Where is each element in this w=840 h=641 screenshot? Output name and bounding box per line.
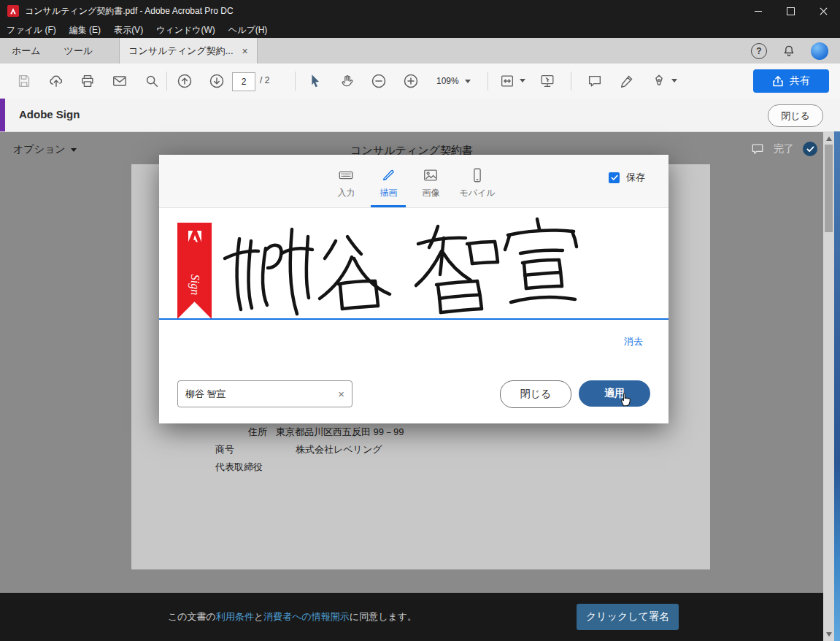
menu-window[interactable]: ウィンドウ(W) [150,24,222,37]
email-button[interactable] [109,70,131,92]
tab-type-label: 入力 [337,187,355,199]
notifications-bell-icon[interactable] [782,44,796,58]
comment-tool-button[interactable] [584,70,606,92]
close-button[interactable] [807,0,840,22]
save-signature-option[interactable]: 保存 [609,171,645,184]
desktop-background-strip [834,131,840,641]
tab-image-label: 画像 [422,187,439,199]
fit-width-button[interactable] [496,70,518,92]
company-value: 株式会社レベリング [296,443,382,456]
done-label: 完了 [774,142,794,156]
keyboard-icon [338,167,354,183]
close-icon [820,7,828,15]
fill-sign-button[interactable] [648,70,670,92]
tab-close-icon[interactable]: × [242,46,248,56]
user-avatar[interactable] [811,42,828,60]
dialog-close-button[interactable]: 閉じる [500,380,571,408]
upload-cloud-icon [48,73,64,89]
tab-mobile-label: モバイル [459,187,495,199]
select-arrow-icon [307,73,323,89]
toolbar-separator [295,72,296,91]
reading-mode-button[interactable] [536,70,558,92]
help-icon[interactable]: ? [751,43,767,59]
zoom-out-button[interactable] [368,70,390,92]
save-icon [16,73,32,89]
click-to-sign-button[interactable]: クリックして署名 [577,604,679,630]
select-tool-button[interactable] [304,70,326,92]
terms-link[interactable]: 利用条件 [216,610,254,623]
arrow-down-circle-icon [208,72,226,90]
triangle-down-icon [826,632,832,637]
clear-signature-link[interactable]: 消去 [624,335,643,348]
chevron-down-icon[interactable] [520,79,525,82]
tab-draw[interactable]: 描画 [371,160,406,207]
share-button[interactable]: 共有 [753,69,829,93]
next-page-button[interactable] [206,70,228,92]
maximize-button[interactable] [774,0,807,22]
save-checkbox-checked-icon[interactable] [609,172,620,183]
minus-circle-icon [370,72,388,90]
tab-image[interactable]: 画像 [413,160,448,207]
tab-draw-label: 描画 [379,187,397,199]
previous-page-button[interactable] [174,70,196,92]
minimize-button[interactable] [741,0,774,22]
pencil-icon [619,73,635,89]
search-button[interactable] [141,70,163,92]
signature-dialog: 入力 描画 画像 モバイル 保存 Sign [159,155,668,423]
arrow-up-circle-icon [176,72,193,90]
scroll-down-arrow[interactable] [823,629,834,640]
zoom-in-button[interactable] [400,70,422,92]
tabbar-right: ? [751,38,840,64]
menu-file[interactable]: ファイル (F) [0,24,63,37]
adobe-logo-icon [188,230,202,243]
tab-type[interactable]: 入力 [328,160,363,207]
menu-edit[interactable]: 編集 (E) [63,24,107,37]
page-number-input[interactable] [232,72,255,91]
vertical-scrollbar[interactable] [823,131,834,641]
signature-drawing-canvas[interactable] [210,213,590,323]
consent-prefix: この文書の [168,610,216,623]
scrollbar-thumb[interactable] [825,145,833,232]
maximize-icon [787,7,795,15]
ribbon-sign-label: Sign [188,268,201,302]
consent-text: この文書の利用条件と消費者への情報開示に同意します。 [168,593,417,641]
hand-tool-button[interactable] [336,70,358,92]
adobe-sign-close-button[interactable]: 閉じる [768,104,823,127]
chevron-down-icon[interactable] [671,79,677,82]
draw-pen-icon [380,167,396,183]
save-button[interactable] [13,70,35,92]
hand-tool-icon [339,73,355,89]
printer-icon [80,73,96,89]
dialog-apply-button[interactable]: 適用 [579,380,650,407]
menu-help[interactable]: ヘルプ(H) [222,24,274,37]
comment-bubble-icon [587,73,603,89]
disclosure-link[interactable]: 消費者への情報開示 [263,610,350,623]
adobe-sign-ribbon: Sign [177,223,212,319]
options-dropdown[interactable]: オプション [13,143,77,156]
address-value: 東京都品川区西五反田 99－99 [276,426,404,439]
scroll-up-arrow[interactable] [823,133,834,144]
tab-home[interactable]: ホーム [0,38,53,64]
print-button[interactable] [77,70,99,92]
signer-name-input[interactable] [178,388,331,399]
comment-status-icon[interactable] [750,142,765,156]
draw-tool-button[interactable] [616,70,638,92]
zoom-level-dropdown[interactable]: 109% [432,72,475,90]
share-button-label: 共有 [790,74,810,88]
consent-middle: と [254,610,263,623]
plus-circle-icon [402,72,420,90]
options-label: オプション [13,143,66,156]
tab-mobile[interactable]: モバイル [455,160,498,207]
menu-view[interactable]: 表示(V) [107,24,150,37]
mobile-phone-icon [469,167,485,183]
share-file-button[interactable] [45,70,67,92]
tab-document[interactable]: コンサルティング契約... × [119,38,257,64]
share-upload-icon [772,75,784,87]
tab-tools[interactable]: ツール [53,38,105,64]
signature-baseline [159,318,668,320]
pen-nib-icon [651,73,667,89]
adobe-sign-title: Adobe Sign [19,108,80,120]
presentation-screen-icon [539,73,555,89]
clear-input-icon[interactable]: × [331,388,352,400]
triangle-up-icon [826,137,832,141]
